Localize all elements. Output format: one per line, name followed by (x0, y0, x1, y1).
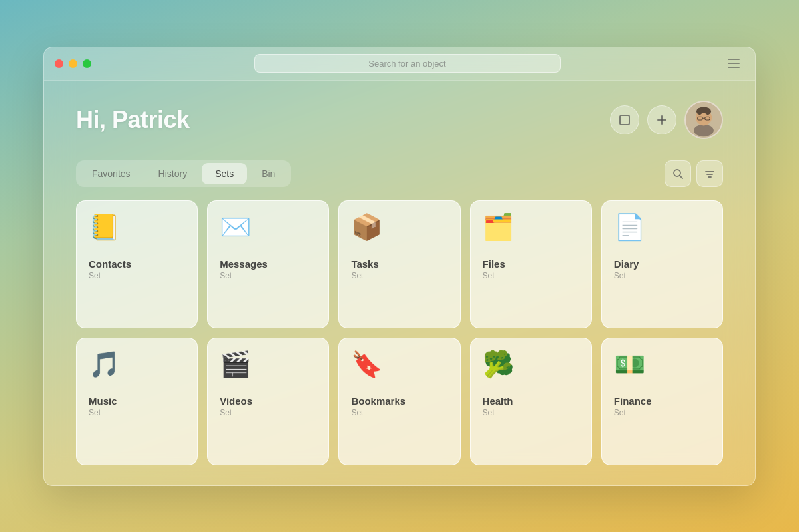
search-input[interactable] (254, 54, 561, 73)
card-name-contacts: Contacts (89, 258, 185, 270)
tab-sets[interactable]: Sets (202, 163, 247, 184)
square-icon (619, 114, 631, 126)
tab-actions (665, 160, 723, 187)
card-videos[interactable]: 🎬 Videos Set (207, 338, 329, 465)
avatar-image (686, 101, 722, 138)
card-tasks[interactable]: 📦 Tasks Set (338, 200, 460, 328)
card-type-bookmarks: Set (351, 408, 447, 417)
tabs-row: Favorites History Sets Bin (76, 160, 723, 187)
tab-bin[interactable]: Bin (248, 163, 288, 184)
svg-rect-0 (620, 115, 629, 125)
card-name-diary: Diary (614, 258, 710, 270)
avatar[interactable] (684, 101, 723, 139)
plus-icon (656, 114, 668, 126)
search-action-button[interactable] (665, 160, 691, 187)
menu-icon-line2 (728, 63, 740, 64)
header-actions (610, 101, 723, 139)
card-icon-music: 🎵 (89, 352, 185, 377)
card-diary[interactable]: 📄 Diary Set (601, 200, 723, 328)
svg-point-7 (699, 113, 709, 124)
card-name-videos: Videos (220, 396, 316, 407)
maximize-button[interactable] (83, 59, 91, 68)
svg-line-12 (680, 176, 682, 178)
card-name-files: Files (483, 258, 579, 270)
tabs-container: Favorites History Sets Bin (76, 160, 291, 187)
card-files[interactable]: 🗂️ Files Set (470, 200, 592, 328)
card-type-tasks: Set (351, 271, 447, 280)
titlebar (44, 47, 755, 81)
main-window: Hi, Patrick (43, 47, 756, 486)
card-type-finance: Set (614, 408, 710, 417)
card-icon-messages: ✉️ (220, 214, 316, 240)
card-type-contacts: Set (89, 271, 185, 280)
card-icon-videos: 🎬 (220, 352, 316, 377)
card-type-music: Set (89, 408, 185, 417)
minimize-button[interactable] (69, 59, 77, 68)
card-name-messages: Messages (220, 258, 316, 270)
search-bar (91, 54, 723, 73)
card-bookmarks[interactable]: 🔖 Bookmarks Set (338, 338, 460, 465)
card-icon-finance: 💵 (614, 352, 710, 377)
card-name-bookmarks: Bookmarks (351, 396, 447, 407)
card-contacts[interactable]: 📒 Contacts Set (76, 200, 198, 328)
traffic-lights (55, 59, 91, 68)
card-icon-diary: 📄 (614, 214, 710, 240)
card-music[interactable]: 🎵 Music Set (76, 338, 198, 465)
card-name-music: Music (89, 396, 185, 407)
card-icon-files: 🗂️ (483, 214, 579, 240)
svg-point-4 (694, 124, 714, 136)
greeting-text: Hi, Patrick (76, 106, 190, 134)
card-icon-bookmarks: 🔖 (351, 352, 447, 377)
card-health[interactable]: 🥦 Health Set (470, 338, 592, 465)
square-view-button[interactable] (610, 105, 639, 134)
tab-history[interactable]: History (145, 163, 201, 184)
card-name-finance: Finance (614, 396, 710, 407)
card-name-health: Health (483, 396, 579, 407)
card-icon-tasks: 📦 (351, 214, 447, 240)
card-icon-contacts: 📒 (89, 214, 185, 240)
card-finance[interactable]: 💵 Finance Set (601, 338, 723, 465)
menu-icon-line1 (728, 59, 740, 60)
card-type-files: Set (483, 271, 579, 280)
content-area: Hi, Patrick (44, 81, 755, 485)
menu-icon-line3 (728, 67, 740, 68)
card-type-diary: Set (614, 271, 710, 280)
card-messages[interactable]: ✉️ Messages Set (207, 200, 329, 328)
cards-grid: 📒 Contacts Set ✉️ Messages Set 📦 Tasks S… (76, 200, 723, 465)
add-button[interactable] (647, 105, 676, 134)
sort-action-button[interactable] (696, 160, 723, 187)
card-type-messages: Set (220, 271, 316, 280)
card-name-tasks: Tasks (351, 258, 447, 270)
card-icon-health: 🥦 (483, 352, 579, 377)
menu-button[interactable] (723, 53, 744, 74)
search-icon (672, 168, 683, 179)
sort-icon (704, 168, 715, 179)
header-row: Hi, Patrick (76, 101, 723, 139)
card-type-health: Set (483, 408, 579, 417)
tab-favorites[interactable]: Favorites (79, 163, 144, 184)
close-button[interactable] (55, 59, 63, 68)
card-type-videos: Set (220, 408, 316, 417)
